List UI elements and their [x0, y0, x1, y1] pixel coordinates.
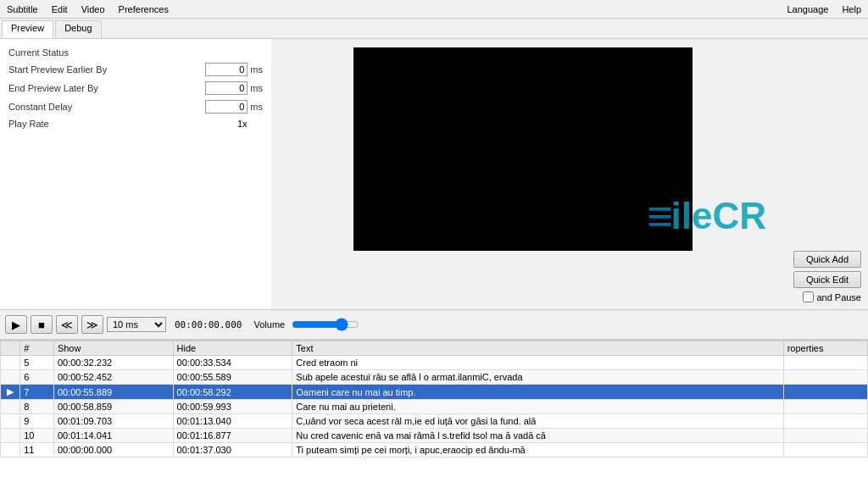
- menu-help[interactable]: Help: [835, 3, 868, 16]
- row-arrow: ▶: [1, 385, 20, 400]
- left-panel: Current Status Start Preview Earlier By …: [0, 39, 271, 309]
- quick-edit-button[interactable]: Quick Edit: [793, 271, 861, 288]
- row-properties: [783, 414, 867, 429]
- start-preview-input-group: ms: [205, 63, 263, 76]
- row-num: 6: [20, 370, 54, 385]
- col-hide-header: Hide: [173, 341, 292, 356]
- row-show: 00:01:09.703: [53, 414, 173, 429]
- row-hide: 00:00:55.589: [173, 370, 292, 385]
- row-show: 00:00:55.889: [53, 385, 173, 400]
- row-show: 00:00:52.452: [53, 370, 173, 385]
- table-row[interactable]: 500:00:32.23200:00:33.534Cred etraom ni: [1, 356, 868, 370]
- main-content-area: Current Status Start Preview Earlier By …: [0, 39, 868, 309]
- row-hide: 00:00:58.292: [173, 385, 292, 400]
- row-properties: [783, 385, 867, 400]
- row-show: 00:01:14.041: [53, 429, 173, 443]
- row-arrow: [1, 356, 20, 370]
- start-preview-unit: ms: [250, 64, 263, 75]
- end-preview-row: End Preview Later By ms: [8, 81, 263, 95]
- quick-add-button[interactable]: Quick Add: [793, 251, 861, 268]
- play-rate-value: 1x: [237, 119, 263, 129]
- rewind-button[interactable]: ≪: [56, 315, 78, 334]
- menubar: Subtitle Edit Video Preferences Language…: [0, 0, 868, 19]
- constant-delay-input[interactable]: [205, 100, 248, 114]
- start-preview-label: Start Preview Earlier By: [8, 64, 205, 75]
- end-preview-input[interactable]: [205, 81, 248, 95]
- row-num: 9: [20, 414, 54, 429]
- col-text-header: Text: [292, 341, 783, 356]
- menu-subtitle[interactable]: Subtitle: [0, 3, 45, 16]
- right-panel: Quick Add Quick Edit and Pause: [775, 39, 868, 309]
- row-num: 10: [20, 429, 54, 443]
- menu-preferences[interactable]: Preferences: [112, 3, 175, 16]
- stop-button[interactable]: ■: [31, 315, 53, 334]
- subtitle-area: # Show Hide Text roperties 500:00:32.232…: [0, 340, 868, 488]
- app-window: Subtitle Edit Video Preferences Language…: [0, 0, 868, 488]
- menubar-right: Language Help: [780, 3, 868, 16]
- end-preview-unit: ms: [250, 83, 263, 93]
- time-display: 00:00:00.000: [175, 319, 242, 330]
- volume-slider[interactable]: [292, 318, 359, 331]
- row-text: C,uând vor seca acest râl m,ie ed iuță v…: [292, 414, 783, 429]
- constant-delay-unit: ms: [250, 102, 263, 112]
- constant-delay-label: Constant Delay: [8, 102, 205, 112]
- menu-language[interactable]: Language: [780, 3, 835, 16]
- time-step-dropdown[interactable]: 10 ms 50 ms 100 ms 500 ms 1 s: [107, 317, 166, 332]
- row-text: Oameni care nu mai au timp.: [292, 385, 783, 400]
- and-pause-checkbox[interactable]: [803, 291, 814, 302]
- and-pause-label: and Pause: [816, 292, 861, 302]
- row-text: Nu cred cavenic enă va mai râmă l s.tref…: [292, 429, 783, 443]
- row-arrow: [1, 414, 20, 429]
- video-screen: [353, 47, 693, 251]
- row-text: Sub apele acestui rău se află l o armat.…: [292, 370, 783, 385]
- row-arrow: [1, 443, 20, 458]
- table-row[interactable]: 600:00:52.45200:00:55.589Sub apele acest…: [1, 370, 868, 385]
- tab-preview[interactable]: Preview: [2, 20, 53, 38]
- table-row[interactable]: 900:01:09.70300:01:13.040C,uând vor seca…: [1, 414, 868, 429]
- row-properties: [783, 400, 867, 414]
- row-num: 5: [20, 356, 54, 370]
- row-properties: [783, 443, 867, 458]
- row-properties: [783, 429, 867, 443]
- row-text: Care nu mai au prieteni.: [292, 400, 783, 414]
- row-num: 7: [20, 385, 54, 400]
- row-num: 11: [20, 443, 54, 458]
- table-header-row: # Show Hide Text roperties: [1, 341, 868, 356]
- row-show: 00:00:00.000: [53, 443, 173, 458]
- row-hide: 00:00:33.534: [173, 356, 292, 370]
- row-properties: [783, 370, 867, 385]
- table-row[interactable]: 800:00:58.85900:00:59.993Care nu mai au …: [1, 400, 868, 414]
- table-row[interactable]: ▶700:00:55.88900:00:58.292Oameni care nu…: [1, 385, 868, 400]
- tab-debug[interactable]: Debug: [55, 20, 101, 38]
- forward-button[interactable]: ≫: [81, 315, 103, 334]
- col-arrow-header: [1, 341, 20, 356]
- row-arrow: [1, 400, 20, 414]
- transport-bar: ▶ ■ ≪ ≫ 10 ms 50 ms 100 ms 500 ms 1 s 00…: [0, 309, 868, 340]
- row-num: 8: [20, 400, 54, 414]
- row-arrow: [1, 370, 20, 385]
- table-row[interactable]: 1100:00:00.00000:01:37.030Ti puteam simț…: [1, 443, 868, 458]
- start-preview-row: Start Preview Earlier By ms: [8, 63, 263, 76]
- play-rate-row: Play Rate 1x: [8, 119, 263, 129]
- and-pause-area: and Pause: [803, 291, 861, 302]
- current-status-label: Current Status: [8, 47, 263, 58]
- row-properties: [783, 356, 867, 370]
- row-text: Cred etraom ni: [292, 356, 783, 370]
- col-num-header: #: [20, 341, 54, 356]
- row-show: 00:00:58.859: [53, 400, 173, 414]
- volume-label: Volume: [253, 319, 285, 330]
- table-row[interactable]: 1000:01:14.04100:01:16.877Nu cred caveni…: [1, 429, 868, 443]
- row-hide: 00:00:59.993: [173, 400, 292, 414]
- row-hide: 00:01:13.040: [173, 414, 292, 429]
- table-wrapper[interactable]: # Show Hide Text roperties 500:00:32.232…: [0, 341, 868, 488]
- tabbar: Preview Debug: [0, 19, 868, 39]
- col-props-header: roperties: [783, 341, 867, 356]
- constant-delay-row: Constant Delay ms: [8, 100, 263, 114]
- menu-edit[interactable]: Edit: [45, 3, 75, 16]
- play-button[interactable]: ▶: [5, 315, 27, 334]
- start-preview-input[interactable]: [205, 63, 248, 76]
- subtitle-table: # Show Hide Text roperties 500:00:32.232…: [0, 341, 868, 458]
- row-text: Ti puteam simți pe cei morți, i apuc,era…: [292, 443, 783, 458]
- end-preview-input-group: ms: [205, 81, 263, 95]
- menu-video[interactable]: Video: [75, 3, 112, 16]
